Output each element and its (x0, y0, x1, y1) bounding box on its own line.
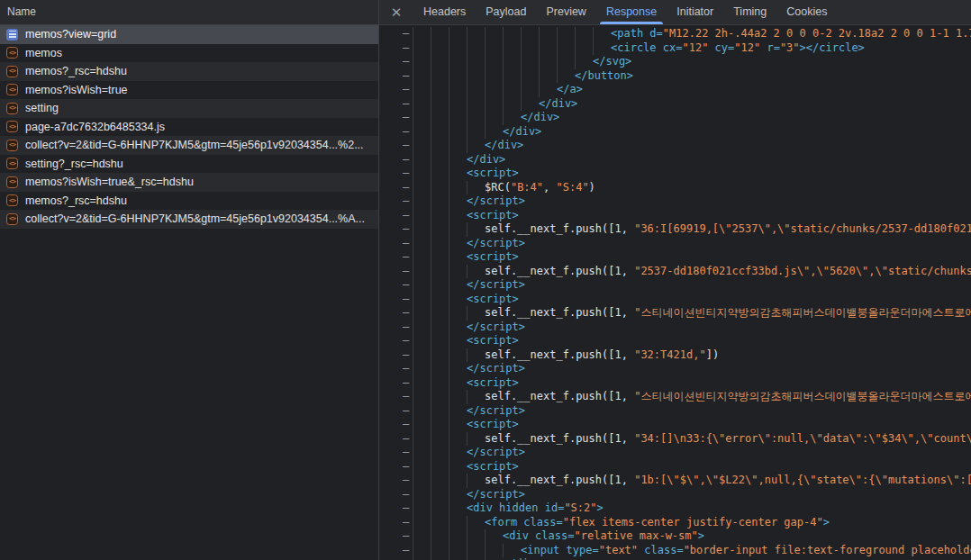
fold-marker-icon[interactable]: – (403, 516, 409, 528)
code-text: <script> (467, 418, 519, 432)
code-line: –</svg> (379, 55, 971, 69)
code-line: –</script> (379, 194, 971, 209)
fold-marker-icon[interactable]: – (403, 488, 409, 501)
indent-guide (431, 250, 449, 265)
fold-marker-icon[interactable]: – (403, 293, 409, 305)
code-token: class= (638, 544, 684, 556)
network-request-row[interactable]: <>collect?v=2&tid=G-6HHNP7KJM5&gtm=45je5… (0, 136, 378, 155)
code-text: <circle cx="12" cy="12" r="3"></circle> (611, 41, 865, 56)
network-request-row[interactable]: <>memos?isWish=true (0, 81, 378, 100)
fold-marker-icon[interactable]: – (403, 501, 409, 514)
request-name: collect?v=2&tid=G-6HHNP7KJM5&gtm=45je56p… (25, 139, 364, 151)
indent-guide (431, 125, 449, 140)
name-column-header[interactable]: Name (0, 0, 378, 25)
network-request-row[interactable]: <>setting?_rsc=hdshu (0, 155, 378, 174)
fold-marker-icon[interactable]: – (403, 265, 409, 277)
code-text: </div> (485, 139, 523, 153)
code-gutter: – (379, 69, 413, 84)
code-text: </div> (467, 153, 505, 167)
indent-guide (413, 153, 431, 167)
indent-guide (467, 348, 485, 363)
indent-guide (449, 390, 467, 404)
network-request-row[interactable]: <>page-a7dc7632b6485334.js (0, 118, 378, 137)
fold-marker-icon[interactable]: – (403, 222, 409, 235)
tab-initiator[interactable]: Initiator (667, 0, 723, 24)
close-detail-button[interactable]: ✕ (379, 0, 413, 24)
tab-preview[interactable]: Preview (536, 0, 595, 24)
fold-marker-icon[interactable]: – (403, 446, 409, 458)
network-request-row[interactable]: memos?view=grid (0, 25, 378, 44)
code-token: self.__next_f.push([1, (485, 390, 634, 402)
devtools-network-panel: Name memos?view=grid<>memos<>memos?_rsc=… (0, 0, 971, 560)
fold-marker-icon[interactable]: – (403, 194, 409, 207)
fold-marker-icon[interactable]: – (403, 125, 409, 138)
fold-marker-icon[interactable]: – (403, 83, 409, 95)
tab-label: Initiator (676, 5, 713, 18)
fold-marker-icon[interactable]: – (403, 69, 409, 82)
indent-guide (449, 153, 467, 167)
indent-guide (449, 306, 467, 321)
fold-marker-icon[interactable]: – (403, 321, 409, 333)
indent-guide (413, 41, 431, 56)
fold-marker-icon[interactable]: – (403, 348, 409, 361)
indent-guide (431, 362, 449, 376)
fold-marker-icon[interactable]: – (403, 404, 409, 417)
fold-marker-icon[interactable]: – (403, 376, 409, 389)
network-request-row[interactable]: <>memos?isWish=true&_rsc=hdshu (0, 173, 378, 192)
code-text: <script> (467, 293, 519, 307)
fold-marker-icon[interactable]: – (403, 209, 409, 221)
fold-marker-icon[interactable]: – (403, 167, 409, 179)
fold-marker-icon[interactable]: – (403, 97, 409, 110)
tab-payload[interactable]: Payload (476, 0, 536, 24)
fold-marker-icon[interactable]: – (403, 544, 409, 556)
fold-marker-icon[interactable]: – (403, 181, 409, 194)
code-token: "1b:[\"$\",\"$L22\",null,{\"state\":{\"m… (634, 474, 971, 486)
network-request-row[interactable]: <>setting (0, 99, 378, 118)
network-request-row[interactable]: <>memos?_rsc=hdshu (0, 192, 378, 211)
indent-guide (431, 265, 449, 279)
fold-marker-icon[interactable]: – (403, 139, 409, 151)
fold-marker-icon[interactable]: – (403, 55, 409, 68)
indent-guide (557, 69, 575, 84)
fold-marker-icon[interactable]: – (403, 41, 409, 54)
tab-response[interactable]: Response (596, 0, 667, 24)
response-code-viewer[interactable]: –<path d="M12.22 2h-.44a2 2 0 0 0-2 2v.1… (379, 26, 971, 560)
fold-marker-icon[interactable]: – (403, 111, 409, 123)
code-token: "스티네이션빈티지약방의감초해피버스데이밸붕올라운더마에스트로에픽인비저블유니버… (634, 306, 971, 319)
indent-guide (449, 321, 467, 335)
tab-timing[interactable]: Timing (723, 0, 776, 24)
indent-guide (449, 111, 467, 125)
code-text: self.__next_f.push([1, "34:[]\n33:{\"err… (485, 432, 971, 447)
tab-cookies[interactable]: Cookies (776, 0, 837, 24)
fold-marker-icon[interactable]: – (403, 432, 409, 445)
fold-marker-icon[interactable]: – (403, 27, 409, 40)
fold-marker-icon[interactable]: – (403, 418, 409, 430)
indent-guide (467, 265, 485, 279)
network-request-row[interactable]: <>memos (0, 44, 378, 63)
fold-marker-icon[interactable]: – (403, 250, 409, 263)
fold-marker-icon[interactable]: – (403, 306, 409, 319)
indent-guide (431, 293, 449, 307)
fold-marker-icon[interactable]: – (403, 153, 409, 166)
tab-headers[interactable]: Headers (413, 0, 476, 24)
request-name: memos (25, 47, 62, 59)
indent-guide (413, 306, 431, 321)
fold-marker-icon[interactable]: – (403, 390, 409, 402)
code-line: –</div> (379, 139, 971, 153)
indent-guide (449, 460, 467, 474)
fold-marker-icon[interactable]: – (403, 362, 409, 375)
fold-marker-icon[interactable]: – (403, 237, 409, 249)
fold-marker-icon[interactable]: – (403, 460, 409, 473)
network-request-row[interactable]: <>collect?v=2&tid=G-6HHNP7KJM5&gtm=45je5… (0, 210, 378, 229)
indent-guide (431, 194, 449, 209)
fold-marker-icon[interactable]: – (403, 278, 409, 291)
code-line: –self.__next_f.push([1, "스티네이션빈티지약방의감초해피… (379, 390, 971, 404)
network-request-row[interactable]: <>memos?_rsc=hdshu (0, 62, 378, 81)
indent-guide (503, 544, 521, 558)
request-name: setting (25, 102, 59, 114)
code-text: </script> (467, 278, 525, 293)
fold-marker-icon[interactable]: – (403, 529, 409, 542)
fold-marker-icon[interactable]: – (403, 474, 409, 486)
fold-marker-icon[interactable]: – (403, 334, 409, 347)
indent-guide (413, 516, 431, 530)
